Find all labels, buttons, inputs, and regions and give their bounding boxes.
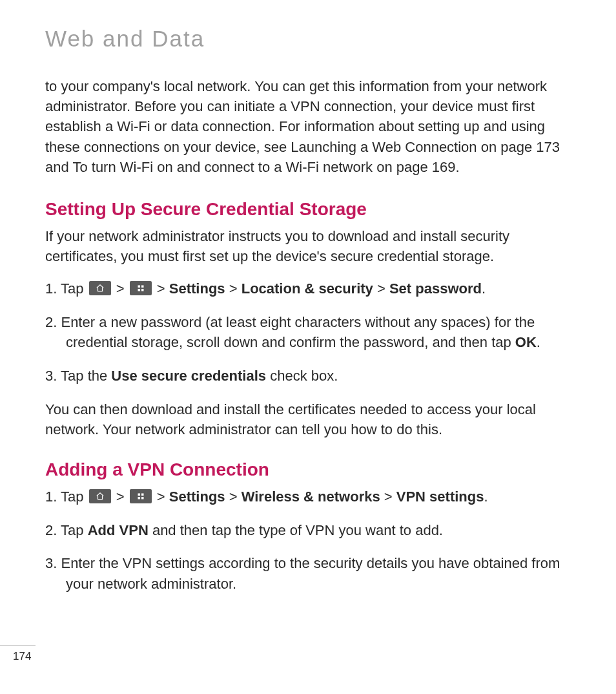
page-number-rule: [0, 646, 36, 646]
step-2: 2. Tap Add VPN and then tap the type of …: [45, 520, 576, 541]
step-text: .: [484, 489, 488, 505]
step-2: 2. Enter a new password (at least eight …: [45, 312, 576, 353]
svg-rect-5: [141, 493, 144, 496]
separator: >: [380, 489, 396, 505]
step-text: 2. Enter a new password (at least eight …: [45, 314, 535, 351]
apps-icon: [130, 489, 152, 503]
path-settings: Settings: [169, 280, 225, 297]
path-vpn-settings: VPN settings: [396, 489, 484, 505]
section-secure-credential: Setting Up Secure Credential Storage If …: [45, 199, 576, 440]
svg-rect-6: [138, 497, 140, 499]
home-icon: [89, 281, 111, 295]
label-add-vpn: Add VPN: [88, 522, 149, 538]
separator: >: [112, 280, 128, 297]
home-icon: [89, 489, 111, 503]
separator: >: [112, 489, 128, 505]
step-text: 2. Tap: [45, 522, 88, 538]
svg-rect-4: [138, 493, 140, 496]
label-ok: OK: [515, 334, 537, 350]
separator: >: [153, 489, 169, 505]
svg-rect-0: [138, 285, 140, 288]
heading-adding-vpn: Adding a VPN Connection: [45, 459, 576, 480]
step-text: 1. Tap: [45, 489, 88, 505]
step-1: 1. Tap > > Settings > Wireless & network…: [45, 487, 576, 507]
secure-credential-intro: If your network administrator instructs …: [45, 226, 576, 266]
apps-icon: [130, 281, 152, 295]
step-3: 3. Enter the VPN settings according to t…: [45, 553, 576, 594]
document-page: Web and Data to your company's local net…: [0, 0, 616, 594]
step-text: .: [482, 280, 486, 297]
page-number-area: 174: [0, 646, 36, 663]
svg-rect-3: [141, 289, 144, 291]
separator: >: [225, 280, 241, 297]
svg-rect-2: [138, 289, 140, 291]
path-wireless-networks: Wireless & networks: [241, 489, 380, 505]
path-set-password: Set password: [389, 280, 482, 297]
step-text: and then tap the type of VPN you want to…: [149, 522, 443, 538]
label-use-secure-credentials: Use secure credentials: [111, 368, 266, 384]
page-number: 174: [0, 650, 36, 663]
page-title: Web and Data: [45, 26, 576, 52]
separator: >: [373, 280, 389, 297]
svg-rect-1: [141, 285, 144, 288]
step-text: 3. Tap the: [45, 368, 111, 384]
separator: >: [153, 280, 169, 297]
step-3: 3. Tap the Use secure credentials check …: [45, 366, 576, 386]
secure-credential-outro: You can then download and install the ce…: [45, 399, 576, 439]
path-settings: Settings: [169, 489, 225, 505]
intro-paragraph: to your company's local network. You can…: [45, 76, 576, 177]
step-text: 1. Tap: [45, 280, 88, 297]
step-text: .: [537, 334, 540, 350]
path-location-security: Location & security: [241, 280, 373, 297]
svg-rect-7: [141, 497, 144, 499]
step-text: check box.: [266, 368, 338, 384]
heading-secure-credential: Setting Up Secure Credential Storage: [45, 199, 576, 220]
separator: >: [225, 489, 241, 505]
section-adding-vpn: Adding a VPN Connection 1. Tap > > Setti…: [45, 459, 576, 595]
step-1: 1. Tap > > Settings > Location & securit…: [45, 279, 576, 299]
